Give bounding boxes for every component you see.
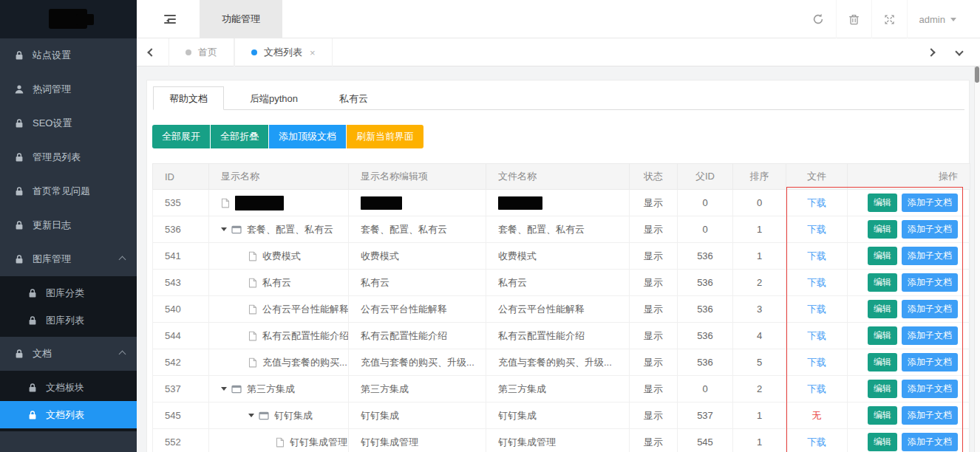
sidebar-item-documents[interactable]: 文档	[0, 337, 137, 371]
sidebar-item-doc-list[interactable]: 文档列表	[0, 401, 137, 428]
sidebar-item-gallery-category[interactable]: 图库分类	[0, 279, 137, 307]
scrollbar[interactable]	[974, 66, 980, 452]
chevron-up-icon	[119, 351, 126, 358]
add-child-doc-button[interactable]: 添加子文档	[902, 353, 958, 371]
cell-file-name: 第三方集成	[486, 376, 630, 403]
lock-icon	[14, 349, 24, 359]
scrollbar-thumb[interactable]	[975, 66, 979, 83]
cell-parent-id: 537	[678, 403, 733, 429]
document-icon	[248, 304, 257, 315]
add-child-doc-button[interactable]: 添加子文档	[902, 300, 958, 318]
cell-operations: 编辑添加子文档	[848, 243, 970, 270]
caret-down-icon[interactable]	[221, 227, 227, 234]
tab-bar: 首页文档列表×	[137, 38, 980, 66]
top-tab-function-management[interactable]: 功能管理	[200, 0, 282, 38]
tabs-menu-icon[interactable]	[945, 38, 974, 66]
nav-tab-home[interactable]: 首页	[169, 38, 234, 66]
sidebar-toggle-icon[interactable]	[164, 13, 179, 26]
trash-icon[interactable]	[836, 0, 871, 38]
add-child-doc-button[interactable]: 添加子文档	[902, 380, 958, 398]
download-link[interactable]: 下载	[807, 357, 826, 368]
add-child-doc-button[interactable]: 添加子文档	[902, 194, 958, 212]
download-link[interactable]: 下载	[807, 277, 826, 288]
download-link[interactable]: 下载	[807, 304, 826, 315]
user-menu[interactable]: admin	[907, 0, 961, 38]
fullscreen-icon[interactable]	[871, 0, 907, 38]
tab-label: 文档列表	[264, 46, 302, 59]
cell-sort: 5	[733, 349, 786, 376]
refresh-view-button[interactable]: 刷新当前界面	[347, 125, 423, 148]
download-link[interactable]: 下载	[807, 224, 826, 235]
add-child-doc-button[interactable]: 添加子文档	[902, 326, 958, 345]
sidebar-item-hot-words[interactable]: 热词管理	[0, 72, 137, 106]
cell-sort: 2	[733, 376, 786, 403]
add-child-doc-button[interactable]: 添加子文档	[902, 433, 958, 451]
doc-tab-2[interactable]: 私有云	[324, 87, 384, 111]
sidebar-item-doc-sections[interactable]: 文档板块	[0, 374, 137, 401]
sidebar-item-gallery-list[interactable]: 图库列表	[0, 307, 137, 334]
cell-file: 下载	[786, 296, 848, 323]
edit-button[interactable]: 编辑	[868, 220, 897, 239]
cell-operations: 编辑添加子文档	[848, 270, 970, 296]
column-header: 显示名称编辑项	[349, 164, 486, 190]
nav-tab-doc-list[interactable]: 文档列表×	[234, 38, 333, 66]
edit-button[interactable]: 编辑	[868, 247, 897, 265]
download-link[interactable]: 下载	[807, 250, 826, 261]
cell-file: 下载	[786, 270, 848, 296]
download-link[interactable]: 下载	[807, 197, 826, 208]
tree-node[interactable]: 钉钉集成	[221, 409, 341, 422]
sidebar-item-seo-settings[interactable]: SEO设置	[0, 106, 137, 140]
caret-down-icon[interactable]	[248, 414, 254, 420]
tree-node[interactable]: 套餐、配置、私有云	[221, 223, 341, 236]
tree-node[interactable]	[221, 196, 341, 210]
tree-node[interactable]: 第三方集成	[221, 383, 341, 396]
refresh-icon[interactable]	[800, 0, 836, 38]
add-child-doc-button[interactable]: 添加子文档	[902, 273, 958, 292]
tree-node[interactable]: 充值与套餐的购买...	[221, 356, 341, 369]
sidebar-item-homepage-faq[interactable]: 首页常见问题	[0, 174, 137, 208]
tabs-scroll-right-icon[interactable]	[916, 38, 946, 66]
caret-down-icon[interactable]	[221, 387, 227, 394]
sidebar-item-admin-list[interactable]: 管理员列表	[0, 140, 137, 174]
tree-node[interactable]: 收费模式	[221, 250, 341, 263]
collapse-all-button[interactable]: 全部折叠	[211, 125, 269, 148]
lock-icon	[27, 288, 38, 298]
download-link[interactable]: 下载	[807, 436, 826, 448]
sidebar-item-label: SEO设置	[33, 117, 72, 130]
tree-node[interactable]: 公有云平台性能解释	[221, 303, 341, 316]
tree-node[interactable]: 私有云配置性能介绍	[221, 329, 341, 343]
cell-file: 下载	[786, 323, 848, 349]
cell-sort: 2	[733, 270, 786, 296]
document-section-tabs: 帮助文档后端python私有云	[153, 86, 964, 110]
expand-all-button[interactable]: 全部展开	[152, 125, 211, 148]
sidebar-item-label: 文档列表	[46, 408, 84, 422]
sidebar-item-site-settings[interactable]: 站点设置	[0, 38, 137, 72]
download-link[interactable]: 下载	[807, 330, 826, 341]
edit-button[interactable]: 编辑	[868, 353, 897, 371]
sidebar-item-gallery-management[interactable]: 图库管理	[0, 242, 137, 276]
edit-button[interactable]: 编辑	[868, 300, 897, 318]
cell-edit-name: 收费模式	[349, 243, 486, 270]
cell-operations: 编辑添加子文档	[848, 349, 970, 376]
doc-tab-0[interactable]: 帮助文档	[153, 86, 224, 110]
doc-tab-1[interactable]: 后端python	[234, 87, 313, 111]
tree-node[interactable]: 私有云	[221, 276, 341, 290]
tabs-scroll-left-icon[interactable]	[137, 38, 166, 66]
add-child-doc-button[interactable]: 添加子文档	[902, 247, 958, 265]
table-row: 541收费模式收费模式收费模式显示5361下载编辑添加子文档	[153, 243, 970, 270]
sidebar-item-label: 图库管理	[33, 253, 71, 266]
edit-button[interactable]: 编辑	[868, 326, 897, 345]
edit-button[interactable]: 编辑	[868, 273, 897, 292]
sidebar-item-changelog[interactable]: 更新日志	[0, 208, 137, 242]
logo-redacted	[76, 14, 94, 25]
close-icon[interactable]: ×	[310, 47, 316, 58]
add-top-doc-button[interactable]: 添加顶级文档	[269, 125, 347, 148]
edit-button[interactable]: 编辑	[868, 433, 897, 451]
add-child-doc-button[interactable]: 添加子文档	[902, 220, 958, 239]
edit-button[interactable]: 编辑	[868, 406, 897, 425]
download-link[interactable]: 下载	[807, 383, 826, 394]
edit-button[interactable]: 编辑	[868, 194, 897, 212]
edit-button[interactable]: 编辑	[868, 380, 897, 398]
add-child-doc-button[interactable]: 添加子文档	[902, 406, 958, 425]
tree-node[interactable]: 钉钉集成管理	[221, 436, 341, 449]
